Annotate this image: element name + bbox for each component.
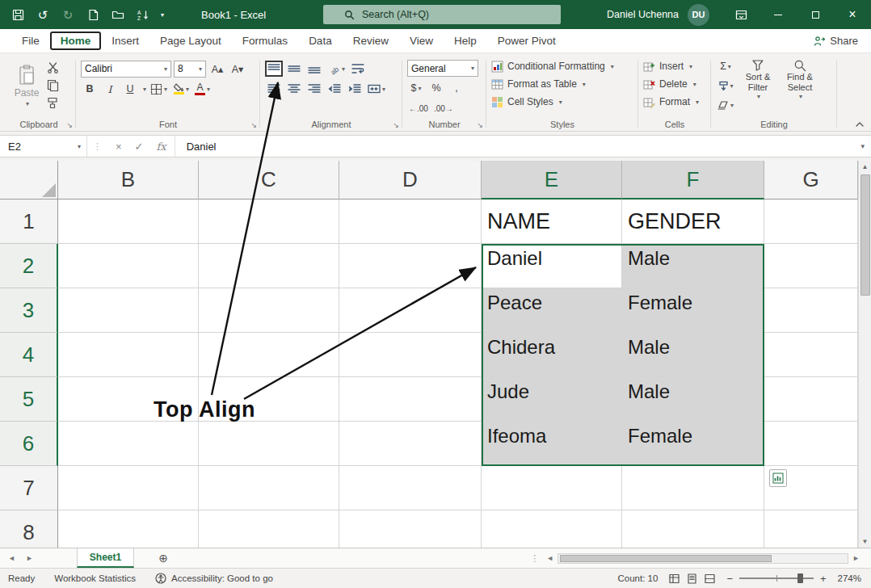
underline-dropdown-icon[interactable]: ▾ [143, 86, 146, 93]
tab-data[interactable]: Data [298, 32, 343, 50]
open-folder-icon[interactable] [111, 7, 125, 22]
formula-input[interactable]: Daniel ▾ [175, 136, 871, 157]
cell-F2[interactable]: Male [622, 244, 764, 288]
number-dialog-launcher[interactable]: ↘ [477, 121, 483, 129]
merge-center-button[interactable]: ▾ [366, 80, 387, 98]
cell-B3[interactable] [58, 288, 199, 333]
paste-button[interactable]: Paste ▾ [6, 57, 47, 114]
scroll-up-icon[interactable]: ▲ [862, 163, 869, 170]
cell-C2[interactable] [199, 244, 339, 288]
cell-F6[interactable]: Female [622, 422, 764, 466]
cell-C5[interactable] [199, 377, 339, 422]
expand-formula-bar-icon[interactable]: ▾ [860, 142, 865, 150]
underline-button[interactable]: U [121, 80, 139, 98]
top-align-button[interactable] [265, 61, 283, 77]
sort-az-icon[interactable]: AZ [136, 7, 150, 22]
normal-view-icon[interactable] [669, 573, 680, 584]
insert-function-icon[interactable]: fx [157, 141, 166, 153]
cell-C8[interactable] [199, 510, 339, 548]
cell-F1[interactable]: GENDER [622, 200, 764, 244]
fill-button[interactable]: ▾ [716, 77, 735, 94]
tab-review[interactable]: Review [343, 32, 399, 50]
column-header-G[interactable]: G [764, 161, 858, 200]
tab-help[interactable]: Help [444, 32, 487, 50]
format-cells-button[interactable]: Format ▾ [643, 93, 706, 111]
alignment-dialog-launcher[interactable]: ↘ [393, 121, 399, 129]
decrease-font-size-button[interactable]: A▾ [229, 60, 246, 78]
fill-color-button[interactable]: ▾ [171, 80, 191, 98]
cell-B8[interactable] [58, 510, 199, 548]
tab-power-pivot[interactable]: Power Pivot [487, 32, 566, 50]
autosum-button[interactable]: Σ▾ [716, 57, 735, 75]
minimize-button[interactable] [759, 0, 797, 29]
orientation-button[interactable]: ab ▾ [326, 60, 347, 78]
tab-insert[interactable]: Insert [101, 32, 149, 50]
cell-G8[interactable] [764, 510, 858, 548]
increase-font-size-button[interactable]: A▴ [208, 60, 226, 78]
column-header-E[interactable]: E [482, 161, 622, 200]
cell-E1[interactable]: NAME [482, 200, 622, 244]
middle-align-button[interactable] [285, 60, 303, 78]
search-box[interactable]: Search (Alt+Q) [323, 5, 561, 24]
cell-G1[interactable] [764, 200, 858, 244]
cell-G4[interactable] [764, 333, 858, 377]
cell-B6[interactable] [58, 422, 199, 466]
cell-G2[interactable] [764, 244, 858, 288]
number-format-select[interactable]: General ▾ [407, 60, 478, 77]
cell-F4[interactable]: Male [622, 333, 764, 377]
cell-B1[interactable] [58, 200, 199, 244]
align-center-button[interactable] [285, 80, 303, 98]
font-color-button[interactable]: A ▾ [193, 80, 212, 98]
page-layout-view-icon[interactable] [687, 573, 697, 584]
cancel-icon[interactable]: × [116, 141, 122, 153]
zoom-slider-thumb[interactable] [797, 573, 803, 583]
cell-E6[interactable]: Ifeoma [482, 422, 622, 466]
zoom-level[interactable]: 274% [838, 573, 861, 583]
undo-icon[interactable]: ↺ [36, 7, 50, 22]
tab-page-layout[interactable]: Page Layout [149, 32, 232, 50]
tab-view[interactable]: View [399, 32, 444, 50]
row-header-5[interactable]: 5 [0, 377, 58, 422]
cell-C7[interactable] [199, 466, 339, 510]
zoom-slider[interactable] [739, 578, 814, 579]
cell-D2[interactable] [339, 244, 482, 288]
cell-F8[interactable] [622, 510, 764, 548]
row-header-6[interactable]: 6 [0, 422, 58, 466]
column-header-D[interactable]: D [339, 161, 482, 200]
cell-F5[interactable]: Male [622, 377, 764, 422]
decrease-indent-button[interactable] [326, 80, 343, 98]
font-size-select[interactable]: 8 ▾ [174, 61, 206, 78]
clear-button[interactable]: ▾ [716, 96, 735, 114]
zoom-in-button[interactable]: + [820, 573, 827, 585]
customize-qat-icon[interactable]: ▾ [161, 11, 164, 19]
column-header-F[interactable]: F [622, 161, 764, 200]
font-name-select[interactable]: Calibri ▾ [81, 61, 171, 78]
cell-E7[interactable] [482, 466, 622, 510]
tab-home[interactable]: Home [50, 32, 102, 50]
tab-formulas[interactable]: Formulas [232, 32, 298, 50]
delete-cells-button[interactable]: Delete ▾ [643, 75, 706, 93]
horizontal-scroll-thumb[interactable] [560, 555, 772, 562]
column-header-B[interactable]: B [58, 161, 199, 200]
enter-icon[interactable]: ✓ [135, 141, 144, 153]
cell-F7[interactable] [622, 466, 764, 510]
cell-C4[interactable] [199, 333, 339, 377]
cell-D3[interactable] [339, 288, 482, 333]
cell-G3[interactable] [764, 288, 858, 333]
decrease-decimal-button[interactable]: .00→ [432, 99, 455, 117]
cell-E8[interactable] [482, 510, 622, 548]
redo-icon[interactable]: ↻ [61, 7, 75, 22]
sort-filter-button[interactable]: Sort & Filter ▾ [738, 59, 777, 114]
new-file-icon[interactable] [86, 7, 100, 22]
cell-styles-button[interactable]: Cell Styles ▾ [491, 93, 633, 111]
bottom-align-button[interactable] [305, 60, 323, 78]
vertical-scroll-thumb[interactable] [860, 174, 870, 296]
cut-icon[interactable] [47, 62, 59, 74]
row-header-2[interactable]: 2 [0, 244, 58, 288]
name-box[interactable]: E2 ▾ [0, 136, 87, 157]
cell-G6[interactable] [764, 422, 858, 466]
font-dialog-launcher[interactable]: ↘ [250, 121, 257, 129]
user-name[interactable]: Daniel Uchenna [607, 9, 679, 20]
row-header-8[interactable]: 8 [0, 510, 58, 548]
cell-D4[interactable] [339, 333, 482, 377]
